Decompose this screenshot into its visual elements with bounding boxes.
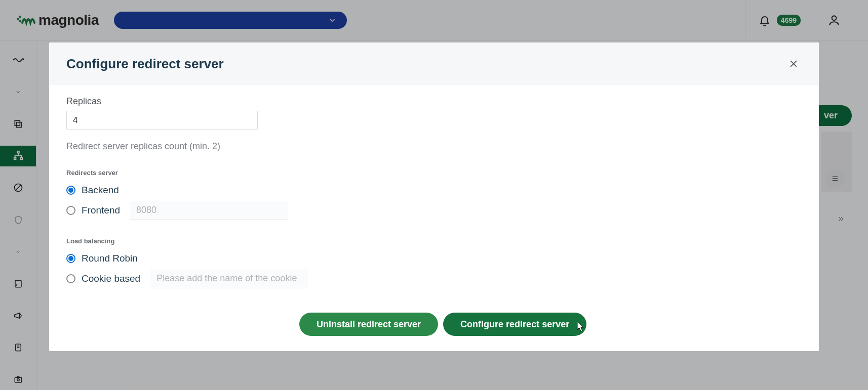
configure-button[interactable]: Configure redirect server: [443, 313, 586, 336]
radio-icon: [66, 186, 75, 195]
radio-cookie-label: Cookie based: [82, 273, 140, 284]
radio-frontend[interactable]: Frontend: [66, 201, 802, 220]
radio-icon: [66, 274, 75, 283]
modal-title: Configure redirect server: [66, 56, 224, 72]
frontend-port-input[interactable]: [130, 201, 288, 220]
radio-backend[interactable]: Backend: [66, 185, 802, 196]
replicas-label: Replicas: [66, 96, 802, 107]
modal-overlay[interactable]: Configure redirect server Replicas Redir…: [0, 0, 868, 390]
modal-footer: Uninstall redirect server Configure redi…: [299, 313, 802, 336]
radio-frontend-label: Frontend: [82, 205, 120, 216]
radio-round-robin[interactable]: Round Robin: [66, 253, 802, 264]
replicas-input[interactable]: [66, 111, 258, 130]
radio-rr-label: Round Robin: [82, 253, 138, 264]
radio-backend-label: Backend: [82, 185, 119, 196]
configure-redirect-modal: Configure redirect server Replicas Redir…: [49, 42, 819, 351]
uninstall-button[interactable]: Uninstall redirect server: [299, 313, 438, 336]
replicas-help: Redirect server replicas count (min. 2): [66, 141, 802, 152]
section-redirects-server: Redirects server: [66, 169, 802, 177]
section-load-balancing: Load balancing: [66, 237, 802, 245]
radio-icon: [66, 206, 75, 215]
radio-icon: [66, 254, 75, 263]
modal-body: Replicas Redirect server replicas count …: [49, 85, 819, 351]
modal-header: Configure redirect server: [49, 42, 819, 85]
close-button[interactable]: [785, 56, 802, 72]
cookie-name-input[interactable]: [150, 269, 308, 288]
radio-cookie-based[interactable]: Cookie based: [66, 269, 802, 288]
close-icon: [788, 59, 799, 69]
